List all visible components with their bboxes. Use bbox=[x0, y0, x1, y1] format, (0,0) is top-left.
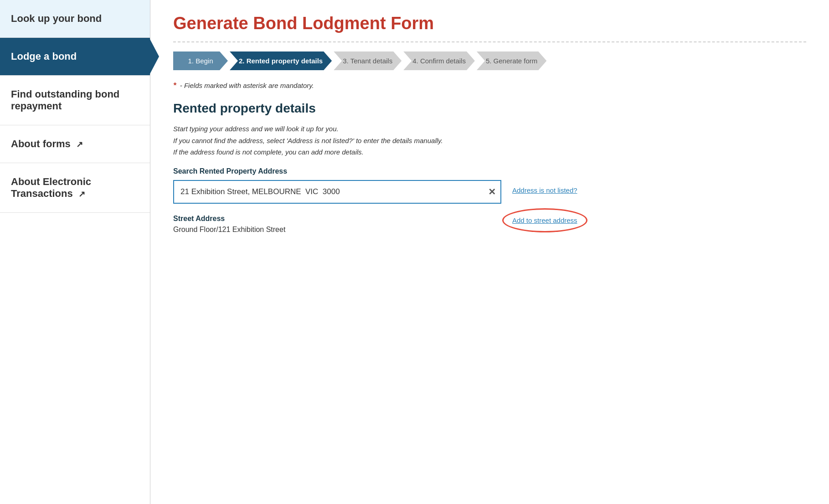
search-input[interactable] bbox=[173, 180, 501, 204]
street-address-content: Street Address Ground Floor/121 Exhibiti… bbox=[173, 215, 501, 234]
sidebar-item-find-outstanding[interactable]: Find outstanding bond repayment bbox=[0, 76, 150, 125]
step-2[interactable]: 2. Rented property details bbox=[230, 51, 332, 70]
street-address-section: Street Address Ground Floor/121 Exhibiti… bbox=[173, 215, 806, 234]
address-not-listed-link[interactable]: Address is not listed? bbox=[512, 180, 577, 194]
section-title: Rented property details bbox=[173, 101, 806, 116]
sidebar-item-look-up-bond[interactable]: Look up your bond bbox=[0, 0, 150, 38]
main-content: Generate Bond Lodgment Form 1. Begin 2. … bbox=[150, 0, 829, 504]
search-input-wrapper: ✕ bbox=[173, 180, 501, 204]
search-field-label: Search Rented Property Address bbox=[173, 167, 806, 175]
section-description: Start typing your address and we will lo… bbox=[173, 123, 806, 158]
add-to-street-wrapper: Add to street address bbox=[512, 215, 577, 224]
clear-icon: ✕ bbox=[488, 187, 496, 197]
street-address-value: Ground Floor/121 Exhibition Street bbox=[173, 226, 501, 234]
step-1[interactable]: 1. Begin bbox=[173, 51, 228, 70]
step-3[interactable]: 3. Tenant details bbox=[334, 51, 402, 70]
page-title: Generate Bond Lodgment Form bbox=[173, 14, 806, 33]
step-5[interactable]: 5. Generate form bbox=[477, 51, 546, 70]
steps-nav: 1. Begin 2. Rented property details 3. T… bbox=[173, 51, 806, 70]
external-link-icon: ↗ bbox=[78, 190, 85, 199]
search-row: ✕ Address is not listed? bbox=[173, 180, 806, 204]
asterisk-symbol: * bbox=[173, 81, 176, 90]
mandatory-note: * - Fields marked with asterisk are mand… bbox=[173, 81, 806, 90]
sidebar: Look up your bond Lodge a bond Find outs… bbox=[0, 0, 150, 504]
sidebar-item-label: Find outstanding bond repayment bbox=[11, 88, 119, 112]
sidebar-item-lodge-bond[interactable]: Lodge a bond bbox=[0, 38, 150, 76]
sidebar-item-label: Look up your bond bbox=[11, 13, 102, 24]
street-address-label: Street Address bbox=[173, 215, 501, 223]
sidebar-item-about-electronic[interactable]: About Electronic Transactions ↗ bbox=[0, 163, 150, 213]
section-divider bbox=[173, 41, 806, 42]
clear-search-button[interactable]: ✕ bbox=[488, 186, 496, 197]
add-to-street-link[interactable]: Add to street address bbox=[512, 216, 577, 224]
sidebar-item-about-forms[interactable]: About forms ↗ bbox=[0, 125, 150, 163]
add-to-street-circle-highlight: Add to street address bbox=[512, 216, 577, 224]
sidebar-item-label: Lodge a bond bbox=[11, 51, 77, 62]
external-link-icon: ↗ bbox=[76, 140, 83, 149]
sidebar-item-label: About forms bbox=[11, 138, 71, 149]
step-4[interactable]: 4. Confirm details bbox=[403, 51, 475, 70]
